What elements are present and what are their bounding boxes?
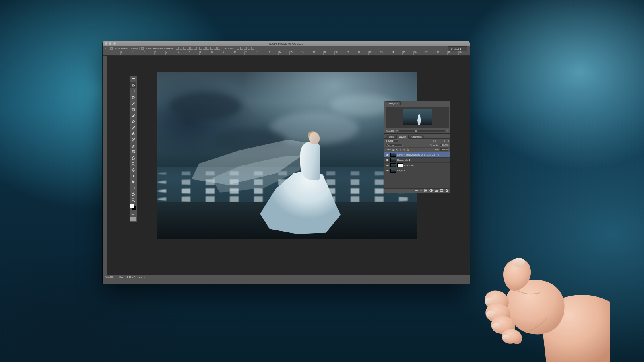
brush-tool[interactable] [130, 125, 136, 130]
svg-point-10 [425, 190, 426, 191]
layer-name[interactable]: Color Fill 2 [404, 164, 416, 167]
filter-adjustment-icon[interactable] [435, 140, 438, 142]
filter-kind-dropdown[interactable] [394, 139, 398, 142]
rectangular-marquee-tool[interactable] [130, 88, 136, 94]
3d-zoom-icon[interactable] [251, 47, 254, 50]
blend-mode-dropdown[interactable]: Normal [386, 144, 402, 147]
lock-pixels-icon[interactable]: ✎ [396, 148, 398, 151]
crop-tool[interactable] [130, 107, 136, 112]
maximize-window-icon[interactable] [113, 42, 116, 45]
navigator-tab[interactable]: Navigator [386, 101, 401, 105]
filter-smart-icon[interactable] [446, 140, 449, 142]
move-tool[interactable] [130, 82, 136, 88]
3d-slide-icon[interactable] [248, 47, 250, 50]
clone-stamp-tool[interactable] [130, 131, 136, 136]
show-transform-checkbox[interactable] [141, 47, 144, 50]
distribute-left-icon[interactable] [210, 47, 213, 50]
tools-grip-icon[interactable] [130, 76, 136, 82]
visibility-toggle-icon[interactable] [385, 158, 389, 162]
visibility-toggle-icon[interactable] [385, 169, 389, 173]
align-top-icon[interactable] [176, 47, 179, 50]
layer-thumbnail[interactable] [390, 153, 396, 157]
3d-orbit-icon[interactable] [237, 47, 239, 50]
layer-name[interactable]: Rectangle 1 [397, 159, 410, 161]
layer-thumbnail[interactable] [390, 158, 396, 162]
lock-all-icon[interactable]: 🔒 [406, 148, 409, 151]
layer-row[interactable]: Color Fill 2 [384, 162, 450, 168]
layer-mask-thumbnail[interactable] [397, 163, 403, 167]
distribute-right-icon[interactable] [217, 47, 220, 50]
filter-pixel-icon[interactable] [431, 140, 434, 142]
opacity-field[interactable]: 100% [440, 144, 449, 147]
channels-tab[interactable]: Channels [409, 135, 423, 138]
quick-mask-toggle[interactable] [130, 212, 136, 216]
auto-select-dropdown[interactable]: Group [130, 47, 140, 50]
type-tool[interactable] [130, 173, 136, 179]
eyedropper-tool[interactable] [130, 113, 136, 118]
zoom-in-icon[interactable]: △ [446, 130, 448, 132]
align-right-icon[interactable] [194, 47, 197, 50]
visibility-toggle-icon[interactable] [385, 163, 389, 167]
path-selection-tool[interactable] [130, 179, 136, 185]
fill-field[interactable]: 100% [440, 148, 449, 151]
3d-pan-icon[interactable] [244, 47, 247, 50]
zoom-slider[interactable] [399, 130, 445, 132]
mask-icon[interactable] [424, 189, 427, 192]
dodge-tool[interactable] [130, 161, 136, 167]
adjustment-icon[interactable] [429, 189, 433, 192]
align-vcenter-icon[interactable] [180, 47, 182, 50]
hand-tool[interactable] [130, 191, 136, 197]
layers-tab[interactable]: Layers [396, 135, 409, 139]
new-layer-icon[interactable] [440, 189, 443, 192]
align-left-icon[interactable] [187, 47, 190, 50]
lock-transparency-icon[interactable]: ▦ [392, 148, 395, 151]
screen-mode-toggle[interactable] [130, 217, 136, 221]
link-layers-icon[interactable] [415, 189, 418, 192]
layer-row[interactable]: Rectangle 1 [384, 157, 450, 162]
minimize-window-icon[interactable] [109, 42, 111, 45]
spot-healing-brush-tool[interactable] [130, 119, 136, 124]
pen-tool[interactable] [130, 167, 136, 173]
filter-shape-icon[interactable] [442, 140, 445, 142]
rectangle-tool[interactable] [130, 185, 136, 191]
align-hcenter-icon[interactable] [190, 47, 193, 50]
align-bottom-icon[interactable] [183, 47, 186, 50]
layer-thumbnail[interactable] [390, 169, 396, 173]
color-swatches[interactable] [130, 204, 136, 210]
magic-wand-tool[interactable] [130, 101, 136, 106]
3d-roll-icon[interactable] [240, 47, 243, 50]
status-chevron-icon[interactable]: ▸ [116, 276, 117, 279]
canvas[interactable] [157, 72, 417, 239]
paths-tab[interactable]: Paths [386, 135, 396, 138]
navigator-preview[interactable] [386, 107, 449, 128]
history-brush-tool[interactable] [130, 137, 136, 142]
group-icon[interactable] [435, 189, 438, 192]
gradient-tool[interactable] [130, 149, 136, 154]
layer-row[interactable]: Layer 0 [384, 168, 450, 173]
zoom-out-icon[interactable]: ▽ [396, 130, 398, 132]
layer-name[interactable]: Layer 0 [397, 169, 405, 172]
close-window-icon[interactable] [105, 42, 107, 45]
document-tab[interactable]: Untitled-1 [448, 46, 467, 51]
lock-position-icon[interactable]: ✥ [399, 148, 401, 151]
lasso-tool[interactable] [130, 95, 136, 100]
layer-row[interactable]: Screen Shot 2016-01-26 at 2.43.25 PM [384, 152, 450, 157]
auto-select-checkbox[interactable] [110, 47, 113, 50]
eraser-tool[interactable] [130, 143, 136, 148]
status-chevron-icon-2[interactable]: ▸ [144, 276, 145, 279]
blur-tool[interactable] [130, 155, 136, 160]
visibility-toggle-icon[interactable] [385, 153, 389, 157]
distribute-hcenter-icon[interactable] [214, 47, 217, 50]
fx-icon[interactable]: fx [420, 189, 422, 192]
distribute-top-icon[interactable] [199, 47, 202, 50]
trash-icon[interactable] [445, 189, 448, 192]
layer-thumbnail[interactable] [390, 163, 396, 167]
lock-artboard-icon[interactable]: ▢ [402, 148, 405, 151]
filter-type-icon[interactable]: T [439, 140, 441, 142]
distribute-vcenter-icon[interactable] [203, 47, 206, 50]
distribute-bottom-icon[interactable] [206, 47, 209, 50]
status-zoom[interactable]: 66.67% [105, 276, 113, 278]
foreground-color-swatch[interactable] [130, 204, 134, 208]
zoom-tool[interactable] [130, 197, 136, 203]
layer-name[interactable]: Screen Shot 2016-01-26 at 2.43.25 PM [397, 154, 439, 156]
